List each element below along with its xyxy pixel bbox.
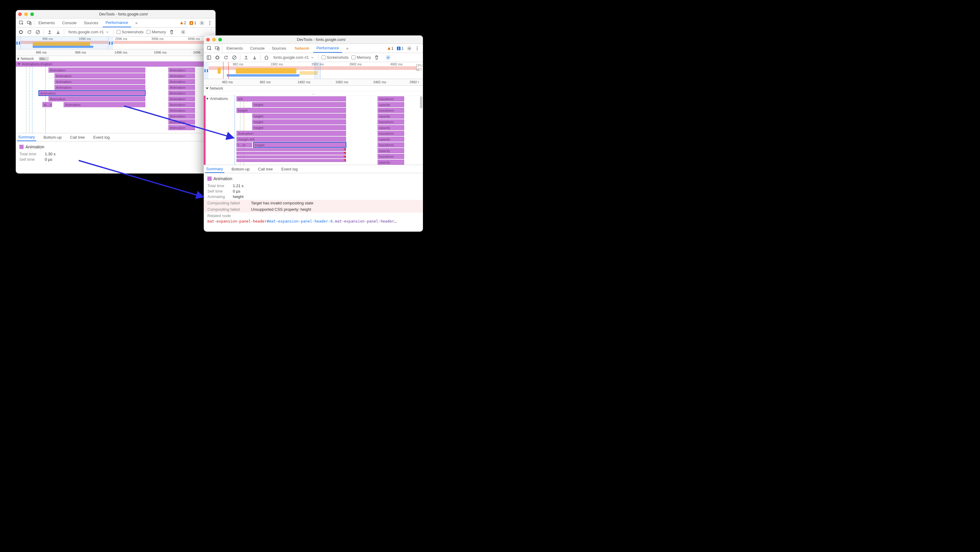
zoom-icon[interactable] — [218, 38, 222, 41]
flame-bar[interactable]: transform — [377, 142, 404, 148]
flame-bar[interactable]: Animation — [168, 73, 195, 78]
flame-bar[interactable]: Animation — [168, 119, 195, 124]
tab-sources[interactable]: Sources — [269, 44, 290, 52]
flame-bar[interactable]: opacity — [377, 125, 404, 130]
flame-bar[interactable]: Animation — [168, 67, 195, 73]
flame-bar[interactable] — [237, 152, 346, 155]
upload-icon[interactable] — [243, 55, 249, 60]
flame-bar[interactable]: transform — [377, 119, 404, 124]
flame-bar[interactable] — [237, 155, 346, 158]
flame-bar-selected[interactable]: height — [253, 142, 346, 148]
memory-checkbox[interactable]: Memory — [352, 55, 371, 60]
related-node-link[interactable]: mat-expansion-panel-header#mat-expansion… — [207, 219, 419, 223]
track-collapsed-dots[interactable]: … — [204, 91, 423, 96]
flame-bar[interactable]: t…m — [237, 142, 252, 148]
tab-eventlog[interactable]: Event log — [92, 133, 111, 141]
home-icon[interactable] — [264, 55, 269, 60]
traffic-lights[interactable] — [206, 38, 222, 41]
flame-bar[interactable]: opacity — [377, 148, 404, 153]
download-icon[interactable] — [252, 55, 257, 60]
trash-icon[interactable] — [169, 29, 174, 35]
tab-more[interactable]: » — [343, 44, 352, 52]
pause-icon[interactable]: ❚❚ — [204, 62, 208, 79]
tab-elements[interactable]: Elements — [223, 44, 246, 52]
flame-bar[interactable]: height — [252, 102, 346, 107]
inspect-icon[interactable] — [206, 45, 213, 52]
flame-bar[interactable]: Animation — [237, 131, 346, 136]
warnings-badge[interactable]: 2 — [179, 21, 188, 25]
gear-icon[interactable] — [406, 45, 413, 52]
animations-label[interactable]: ▼ Animations — [205, 97, 228, 101]
flame-bar[interactable]: Animation — [168, 102, 195, 107]
flame-bar[interactable]: opacity — [377, 159, 404, 165]
flame-bar[interactable]: Animation — [48, 96, 145, 102]
reload-record-button[interactable] — [27, 29, 32, 35]
tab-summary[interactable]: Summary — [17, 133, 36, 141]
tab-sources[interactable]: Sources — [81, 19, 102, 27]
flame-bar[interactable]: Animation — [64, 102, 145, 107]
tab-network[interactable]: Network — [291, 44, 312, 52]
tab-elements[interactable]: Elements — [35, 19, 58, 27]
inspect-icon[interactable] — [18, 20, 25, 26]
titlebar[interactable]: DevTools - fonts.google.com/ — [204, 35, 423, 44]
flame-bar[interactable]: Animation — [168, 113, 195, 119]
flame-bar[interactable]: Animation — [168, 79, 195, 84]
flame-bar[interactable]: opacity — [377, 113, 404, 119]
track-network[interactable]: Network — [204, 86, 423, 91]
flame-bar[interactable]: Animation — [168, 108, 195, 113]
dots-icon[interactable] — [207, 20, 213, 26]
tab-performance[interactable]: Performance — [313, 44, 342, 52]
trash-icon[interactable] — [374, 55, 379, 60]
flame-bar[interactable]: opacity — [377, 102, 404, 107]
overview[interactable]: ❚❚ 996 ms 1996 ms 2996 ms 3996 ms 4996 m… — [16, 37, 216, 49]
gear-icon[interactable] — [199, 20, 205, 26]
messages-badge[interactable]: ■1 — [188, 21, 197, 25]
device-icon[interactable] — [214, 45, 221, 52]
flame-bar[interactable]: transform — [377, 131, 404, 136]
record-button[interactable] — [215, 55, 220, 60]
reload-record-button[interactable] — [223, 55, 229, 60]
flame-bar[interactable]: Animation — [54, 79, 145, 84]
close-icon[interactable] — [18, 13, 22, 16]
tab-calltree[interactable]: Call tree — [69, 133, 86, 141]
memory-checkbox[interactable]: Memory — [146, 30, 166, 34]
gear-icon[interactable] — [180, 29, 186, 35]
flame-bar[interactable] — [237, 148, 346, 151]
tab-performance[interactable]: Performance — [103, 19, 131, 27]
clear-button[interactable] — [232, 55, 237, 60]
close-icon[interactable] — [206, 38, 210, 41]
tab-eventlog[interactable]: Event log — [280, 165, 299, 173]
recording-select[interactable]: fonts.google.com #1 — [272, 55, 315, 60]
flame-bar[interactable]: height — [252, 125, 346, 130]
pause-icon[interactable]: ❚❚ — [16, 37, 21, 49]
flame-bar[interactable]: height — [252, 113, 346, 119]
tab-more[interactable]: » — [132, 19, 140, 27]
flame-bar[interactable]: left — [237, 96, 346, 102]
net-item[interactable]: tSe… — [39, 57, 49, 60]
tab-bottomup[interactable]: Bottom-up — [42, 133, 63, 141]
track-network[interactable]: Network tSe… — [16, 56, 216, 62]
messages-badge[interactable]: ❙1 — [396, 46, 405, 51]
download-icon[interactable] — [56, 29, 61, 35]
pause-icon[interactable]: ❚❚ — [108, 37, 113, 49]
upload-icon[interactable] — [47, 29, 52, 35]
scrollbar[interactable] — [420, 96, 422, 108]
flame-bar[interactable]: Animation — [168, 91, 195, 96]
tab-console[interactable]: Console — [247, 44, 267, 52]
clear-button[interactable] — [35, 29, 41, 35]
timeline-ruler[interactable]: 482 ms 982 ms 1482 ms 1982 ms 2482 ms 29… — [204, 79, 423, 86]
record-button[interactable] — [18, 29, 24, 35]
flame-bar[interactable] — [237, 159, 346, 162]
track-animations[interactable]: Animationsimation — [16, 62, 216, 67]
zoom-icon[interactable] — [30, 13, 34, 16]
traffic-lights[interactable] — [18, 13, 34, 16]
flame-bar[interactable]: transform — [377, 108, 404, 113]
gear-icon[interactable] — [385, 55, 391, 60]
flame-bar[interactable]: transform — [377, 96, 404, 102]
flame-bar[interactable]: Animation — [168, 125, 195, 130]
screenshots-checkbox[interactable]: Screenshots — [321, 55, 348, 60]
tab-calltree[interactable]: Call tree — [257, 165, 274, 173]
minimize-icon[interactable] — [212, 38, 216, 41]
timeline-ruler[interactable]: 496 ms 996 ms 1496 ms 1996 ms 2496 — [16, 49, 216, 56]
flame-bar[interactable]: opacity — [377, 137, 404, 142]
